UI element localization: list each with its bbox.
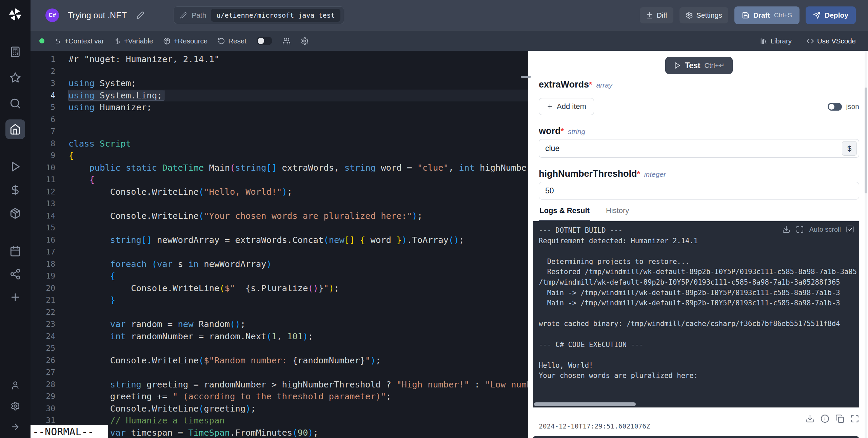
windmill-logo-icon[interactable] [7, 7, 23, 22]
edit-title-pencil-icon[interactable] [136, 11, 144, 19]
logs-result-tabs: Logs & Result History [539, 204, 859, 221]
test-button[interactable]: Test Ctrl+↵ [665, 57, 733, 74]
field-type-threshold: integer [644, 170, 666, 178]
draft-button[interactable]: Draft Ctrl+S [734, 6, 800, 24]
copy-icon[interactable] [835, 414, 844, 423]
log-line: Hello, World! [539, 360, 859, 371]
sidebar-item-share-nodes[interactable] [5, 264, 25, 284]
use-vscode-button[interactable]: Use VScode [807, 37, 856, 45]
maximize-icon[interactable] [850, 414, 859, 423]
panel-splitter-handle[interactable] [521, 76, 531, 78]
calculator-icon [9, 46, 21, 58]
code-line-16[interactable]: 16 string[] newWordArray = extraWords.Co… [31, 234, 528, 246]
sidebar-item-package[interactable] [5, 204, 25, 223]
save-icon [742, 12, 749, 19]
toolbar-right: Library Use VScode [760, 37, 856, 45]
header-actions: Diff Settings Draft Ctrl+S Deploy [640, 6, 856, 24]
share-nodes-icon [9, 268, 21, 280]
library-button[interactable]: Library [760, 37, 792, 45]
log-horizontal-scrollbar[interactable] [534, 402, 636, 406]
add-resource-button[interactable]: +Resource [163, 37, 208, 45]
code-line-3[interactable]: 3using System; [31, 77, 528, 90]
code-line-2[interactable]: 2 [31, 65, 528, 78]
user-icon [11, 381, 20, 390]
code-line-22[interactable]: 22 [31, 306, 528, 319]
line-number: 13 [31, 198, 55, 210]
code-line-14[interactable]: 14 Console.WriteLine("Your chosen words … [31, 210, 528, 222]
add-context-var-button[interactable]: +Context var [55, 37, 104, 45]
plus-icon [547, 103, 553, 110]
multiplayer-toggle[interactable] [257, 37, 272, 45]
tab-logs-result[interactable]: Logs & Result [539, 204, 590, 221]
settings-button[interactable]: Settings [679, 7, 728, 23]
log-line: Main -> /tmp/windmill/wk-default-89p2b-I… [539, 288, 859, 298]
users-icon[interactable] [282, 37, 291, 45]
add-item-button[interactable]: Add item [539, 98, 594, 115]
sidebar-item-home[interactable] [5, 119, 25, 139]
sidebar-item-star[interactable] [5, 68, 25, 88]
reset-button[interactable]: Reset [218, 37, 246, 45]
code-line-1[interactable]: 1#r "nuget: Humanizer, 2.14.1" [31, 53, 528, 65]
script-path-field[interactable]: Path u/etienne/microsoft_java_test [174, 6, 344, 24]
sidebar-item-dollar[interactable] [5, 180, 25, 200]
code-line-9[interactable]: 9{ [31, 150, 528, 162]
sidebar-item-arrow-right[interactable] [6, 418, 24, 436]
code-line-4[interactable]: 4using System.Linq; [31, 90, 528, 102]
test-row: Test Ctrl+↵ [539, 57, 859, 74]
diff-button[interactable]: Diff [640, 7, 673, 23]
code-line-26[interactable]: 26 Console.WriteLine($"Random number: {r… [31, 355, 528, 367]
page-scrollbar-thumb[interactable] [865, 88, 867, 193]
add-variable-button[interactable]: +Variable [114, 37, 153, 45]
insert-variable-button[interactable]: $ [842, 141, 857, 156]
code-line-24[interactable]: 24 int randomNumber = random.Next(1, 101… [31, 330, 528, 343]
home-icon [9, 123, 21, 135]
download-icon[interactable] [782, 225, 790, 233]
code-line-18[interactable]: 18 foreach (var s in newWordArray) [31, 258, 528, 270]
code-editor[interactable]: 1#r "nuget: Humanizer, 2.14.1"23using Sy… [31, 51, 528, 438]
code-line-19[interactable]: 19 { [31, 270, 528, 282]
gear-icon[interactable] [301, 37, 309, 45]
line-number: 3 [31, 77, 55, 90]
library-label: Library [770, 37, 792, 45]
path-value[interactable]: u/etienne/microsoft_java_test [211, 9, 340, 22]
threshold-input[interactable] [539, 182, 859, 199]
deploy-button[interactable]: Deploy [806, 6, 856, 24]
code-line-8[interactable]: 8class Script [31, 138, 528, 150]
tab-history[interactable]: History [605, 204, 630, 221]
json-toggle[interactable] [828, 103, 842, 111]
sidebar-item-calculator[interactable] [5, 42, 25, 62]
maximize-icon[interactable] [796, 225, 804, 233]
code-line-13[interactable]: 13 [31, 198, 528, 210]
code-line-23[interactable]: 23 var random = new Random(); [31, 318, 528, 330]
field-type-extrawords: array [596, 81, 612, 89]
sidebar-item-play[interactable] [5, 157, 25, 176]
code-line-12[interactable]: 12 Console.WriteLine("Hello, World!"); [31, 186, 528, 198]
code-line-28[interactable]: 28 string greeting = randomNumber > high… [31, 379, 528, 391]
draft-button-label: Draft [753, 11, 770, 19]
code-line-25[interactable]: 25 [31, 342, 528, 355]
code-line-30[interactable]: 30 Console.WriteLine(greeting); [31, 403, 528, 415]
code-line-11[interactable]: 11 { [31, 174, 528, 186]
sidebar-item-gear[interactable] [6, 397, 24, 415]
dollar-icon [9, 184, 21, 196]
code-line-5[interactable]: 5using Humanizer; [31, 101, 528, 114]
code-line-17[interactable]: 17 [31, 246, 528, 258]
sidebar-item-user[interactable] [6, 376, 24, 395]
sidebar-item-search[interactable] [5, 94, 25, 113]
code-line-21[interactable]: 21 } [31, 294, 528, 306]
code-line-20[interactable]: 20 Console.WriteLine($" {s.Pluralize()}"… [31, 282, 528, 294]
code-line-27[interactable]: 27 [31, 366, 528, 379]
sidebar-item-plus[interactable] [5, 287, 25, 307]
code-line-6[interactable]: 6 [31, 114, 528, 126]
sidebar-item-calendar[interactable] [5, 241, 25, 261]
code-line-10[interactable]: 10 public static DateTime Main(string[] … [31, 162, 528, 174]
auto-scroll-checkbox[interactable] [846, 226, 854, 233]
line-number: 11 [31, 174, 55, 186]
download-icon[interactable] [806, 414, 814, 423]
code-line-29[interactable]: 29 greeting += " (according to the thres… [31, 391, 528, 403]
code-line-7[interactable]: 7 [31, 126, 528, 138]
log-line: Your chosen words are pluralized here: [539, 370, 859, 381]
code-line-15[interactable]: 15 [31, 222, 528, 234]
info-icon[interactable] [821, 414, 829, 423]
word-input[interactable] [539, 139, 859, 157]
